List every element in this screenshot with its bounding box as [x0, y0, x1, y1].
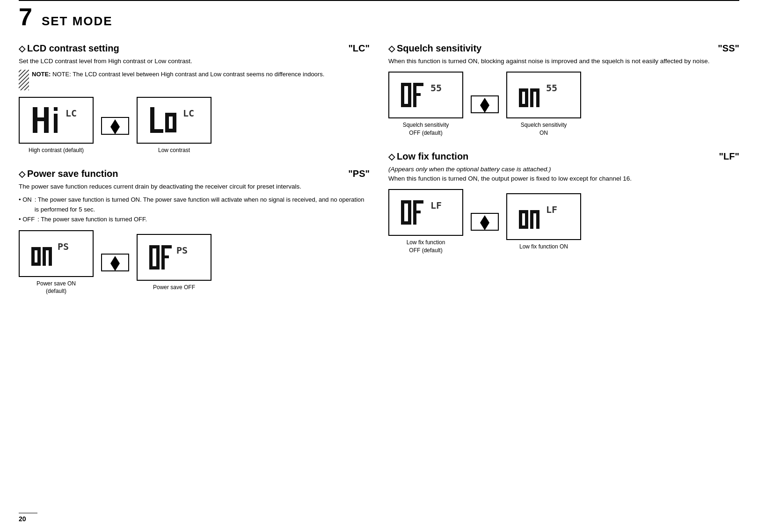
- lcd-box-ps-on: PS: [19, 230, 94, 277]
- arrow-down-icon-sq: [480, 105, 489, 113]
- lf-appears-note: (Appears only when the optional battery …: [388, 166, 551, 173]
- diamond-icon-lf: ◇: [388, 152, 395, 161]
- diamond-icon-ps: ◇: [19, 169, 25, 179]
- display-lf-off: LF Low fix functionOFF (default): [388, 189, 463, 255]
- lcd-box-sq-on: 55: [506, 72, 581, 118]
- bullet-item-on: • ON : The power save function is turned…: [19, 195, 370, 215]
- svg-rect-21: [149, 245, 153, 270]
- caption-sq-on: Squelch sensitivityON: [521, 121, 567, 137]
- lcd-svg-ps-off: PS: [148, 240, 200, 274]
- lcd-box-ps-off: PS: [137, 234, 211, 281]
- svg-rect-31: [408, 83, 411, 107]
- bullet-on-label: • ON: [19, 195, 32, 215]
- svg-text:LF: LF: [430, 200, 442, 211]
- svg-text:55: 55: [546, 82, 557, 94]
- page: 7 SET MODE ◇LCD contrast setting "LC" Se…: [0, 0, 758, 532]
- push-btn-sq[interactable]: [471, 95, 499, 113]
- section-squelch: ◇Squelch sensitivity "SS" When this func…: [388, 43, 739, 137]
- svg-rect-48: [401, 221, 411, 225]
- diamond-icon-sq: ◇: [388, 44, 395, 53]
- arrow-down-icon-lf: [480, 223, 489, 230]
- display-sq-off: 55 Squelch sensitivityOFF (default): [388, 72, 463, 137]
- lcd-svg-low: LC: [148, 103, 200, 137]
- lf-main-desc: When this function is turned ON, the out…: [388, 175, 632, 182]
- lcd-svg-sq-on: 55: [518, 78, 569, 112]
- svg-rect-11: [165, 129, 176, 132]
- arrow-up-icon-lf: [480, 215, 489, 223]
- svg-rect-24: [149, 266, 160, 270]
- note-hatch-icon: [19, 70, 29, 90]
- ps-display-group: PS Power save ON(default) Push: [19, 230, 370, 296]
- lcd-svg-ps-on: PS: [30, 237, 82, 270]
- lcd-inner-high: LC: [26, 101, 87, 140]
- right-column: ◇Squelch sensitivity "SS" When this func…: [388, 43, 739, 309]
- push-button-lf[interactable]: Push: [471, 213, 499, 231]
- section-desc-ps: The power save function reduces current …: [19, 182, 370, 191]
- lcd-inner-sq-off: 55: [395, 75, 456, 115]
- lcd-svg-high: LC: [30, 103, 82, 137]
- svg-rect-1: [33, 117, 44, 121]
- push-button-lcd[interactable]: Push: [101, 117, 129, 135]
- push-button-sq[interactable]: Push: [471, 95, 499, 113]
- note-label: NOTE:: [32, 71, 51, 78]
- push-btn-up-lcd[interactable]: [101, 117, 129, 135]
- lcd-box-low: LC: [137, 97, 211, 144]
- lcd-box-lf-on: LF: [506, 193, 581, 240]
- svg-rect-2: [44, 107, 49, 133]
- push-btn-lf[interactable]: [471, 213, 499, 231]
- section-desc-lf: (Appears only when the optional battery …: [388, 165, 739, 184]
- display-ps-on: PS Power save ON(default): [19, 230, 94, 296]
- svg-rect-6: [150, 107, 154, 133]
- lcd-svg-sq-off: 55: [400, 78, 452, 112]
- display-ps-off: PS Power save OFF: [137, 234, 211, 292]
- page-header: 7 SET MODE: [19, 0, 739, 29]
- left-column: ◇LCD contrast setting "LC" Set the LCD c…: [19, 43, 370, 309]
- caption-high-contrast: High contrast (default): [29, 146, 84, 154]
- caption-sq-off: Squelch sensitivityOFF (default): [403, 121, 449, 137]
- lcd-svg-lf-on: LF: [518, 200, 569, 233]
- bullet-item-off: • OFF : The power save function is turne…: [19, 215, 370, 225]
- section-title-row-ps: ◇Power save function "PS": [19, 168, 370, 179]
- push-btn-ps[interactable]: [101, 254, 129, 271]
- svg-rect-40: [519, 104, 528, 107]
- page-title: SET MODE: [42, 14, 113, 29]
- section-title-sq: ◇Squelch sensitivity: [388, 43, 481, 54]
- lcd-box-high: LC: [19, 97, 94, 144]
- display-high-contrast: LC High contrast (default): [19, 97, 94, 154]
- lcd-box-sq-off: 55: [388, 72, 463, 118]
- caption-ps-off: Power save OFF: [153, 284, 195, 292]
- display-low-contrast: LC Low contrast: [137, 97, 211, 154]
- svg-rect-47: [408, 200, 411, 225]
- section-code-ps: "PS": [348, 168, 370, 179]
- caption-lf-off: Low fix functionOFF (default): [407, 239, 445, 255]
- svg-rect-51: [413, 211, 421, 213]
- section-low-fix: ◇Low fix function "LF" (Appears only whe…: [388, 151, 739, 255]
- caption-lf-on: Low fix function ON: [519, 243, 568, 251]
- svg-rect-43: [536, 88, 539, 107]
- bullet-off-text: : The power save function is turned OFF.: [37, 215, 147, 225]
- svg-rect-16: [31, 262, 41, 266]
- section-title-lf: ◇Low fix function: [388, 151, 468, 162]
- note-box-lcd: NOTE: NOTE: The LCD contrast level betwe…: [19, 70, 370, 90]
- lf-display-group: LF Low fix functionOFF (default) Push: [388, 189, 739, 255]
- section-code-sq: "SS": [718, 43, 739, 54]
- bullet-off-label: • OFF: [19, 215, 35, 225]
- svg-text:LC: LC: [183, 108, 194, 119]
- arrow-up-icon-lcd: [110, 119, 120, 127]
- page-section-number: 7: [19, 5, 32, 29]
- display-lf-on: LF Low fix function ON: [506, 193, 581, 251]
- lcd-display-group: LC High contrast (default) Push: [19, 97, 370, 154]
- diamond-icon-lcd: ◇: [19, 44, 25, 53]
- caption-ps-on: Power save ON(default): [36, 280, 76, 296]
- lcd-inner-ps-off: PS: [144, 238, 204, 277]
- section-title-row-lcd: ◇LCD contrast setting "LC": [19, 43, 370, 54]
- svg-text:LC: LC: [66, 108, 77, 119]
- section-power-save: ◇Power save function "PS" The power save…: [19, 168, 370, 295]
- lcd-box-lf-off: LF: [388, 189, 463, 236]
- svg-rect-34: [413, 83, 423, 86]
- svg-text:LF: LF: [546, 204, 557, 215]
- push-button-ps[interactable]: Push: [101, 254, 129, 271]
- lcd-inner-low: LC: [144, 101, 204, 140]
- svg-rect-50: [413, 200, 423, 204]
- svg-rect-19: [49, 247, 52, 266]
